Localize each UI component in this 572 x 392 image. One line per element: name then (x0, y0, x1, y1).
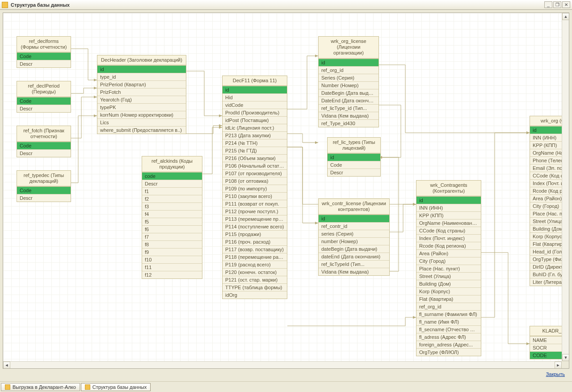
vertical-scrollbar[interactable]: ▲ ▼ (562, 13, 569, 361)
scroll-up-button[interactable]: ▲ (562, 13, 569, 20)
tab-icon (85, 384, 90, 390)
table-field: P120 (конечн. остаток) (223, 268, 287, 276)
close-button[interactable]: ✕ (562, 1, 570, 8)
table-field: Descr (17, 149, 71, 157)
tab-label: Выгрузка в Декларант-Алко (13, 384, 76, 390)
table-field: id (328, 153, 380, 161)
table-field: id (97, 65, 186, 73)
table-field: Descr (328, 169, 380, 176)
tab-label: Структура базы данных (93, 384, 147, 390)
table-field: Area (Район) (416, 249, 481, 257)
table-field: Series (Серия) (319, 74, 379, 81)
tab-bar: Выгрузка в Декларант-АлкоСтруктура базы … (0, 381, 572, 392)
table-field: PrizFotch (97, 88, 186, 96)
table-header: ref_lic_types (Типы лицензий) (328, 138, 380, 153)
table-field: ref_licType_id (Тип... (319, 104, 379, 112)
table-field: id (416, 196, 481, 204)
table-field: Liter (Литера) (530, 278, 562, 286)
table-field: P107 (от производителя) (223, 169, 287, 177)
table-ref_lic_types[interactable]: ref_lic_types (Типы лицензий)idCodeDescr (327, 137, 381, 177)
table-ref_alckinds[interactable]: ref_alckinds (Коды продукции)codeDescrf1… (142, 156, 202, 279)
table-field: typePK (97, 103, 186, 111)
table-field: Code (17, 186, 71, 194)
table-field: P114 (поступление всего) (223, 223, 287, 230)
table-field: fl_name (Имя ФЛ) (416, 318, 481, 325)
table-wrk_contr_license[interactable]: wrk_contr_license (Лицензии контрагентов… (318, 198, 390, 276)
table-field: CODE (530, 351, 562, 359)
table-field: P216 (Объем закупки) (223, 154, 287, 162)
table-field: P111 (возврат от покуп. (223, 200, 287, 207)
table-field: Index (Почт. индекс) (416, 234, 481, 242)
table-field: P118 (перемещение расх.) (223, 253, 287, 261)
table-field: P116 (проч. расход) (223, 238, 287, 245)
table-field: f6 (142, 225, 202, 233)
table-header: ref_typedec (Типы деклараций) (17, 171, 71, 186)
table-field: PrizPeriod (Квартал) (97, 80, 186, 88)
table-field: ref_org_id (416, 303, 481, 310)
table-field: f4 (142, 210, 202, 218)
table-field: Head_id (Голов (530, 248, 562, 255)
table-field: Street (Улица) (416, 272, 481, 280)
table-wrk_org_license[interactable]: wrk_org_license (Лицензии организации)id… (318, 36, 379, 127)
bottom-tab[interactable]: Выгрузка в Декларант-Алко (1, 383, 80, 391)
table-field: id (530, 126, 562, 134)
table-field: id (319, 215, 389, 222)
table-ref_declforms[interactable]: ref_declforms (Формы отчетности)CodeDesc… (17, 36, 71, 68)
scroll-right-button[interactable]: ► (555, 362, 562, 369)
table-field: Korp (Корпус) (530, 232, 562, 240)
table-field: f12 (142, 271, 202, 278)
table-field: Vidana (Кем выдана) (319, 268, 389, 275)
table-field: Yearotch (Год) (97, 96, 186, 103)
table-field: Vidana (Кем выдана) (319, 112, 379, 119)
maximize-button[interactable]: ❐ (553, 1, 561, 8)
bottom-tab[interactable]: Структура базы данных (81, 383, 151, 391)
table-header: ref_declPeriod (Периоды) (17, 81, 71, 97)
table-wrk_org[interactable]: wrk_org (ОргаidINN (ИНН)KPP (КПП)OrgName… (530, 116, 562, 286)
table-field: P113 (перемещение прих.) (223, 215, 287, 223)
table-field: idPost (Поставщик) (223, 116, 287, 124)
table-field: Flat (Квартира) (530, 240, 562, 248)
table-field: City (Город) (416, 257, 481, 265)
table-field: Email (Эл. почта (530, 164, 562, 172)
close-link[interactable]: Закрыть (546, 371, 565, 377)
table-field: f3 (142, 202, 202, 210)
table-field: P121 (ост. стар. марки) (223, 276, 287, 283)
window-titlebar: Структура базы данных _ ❐ ✕ (0, 0, 572, 10)
table-field: BuhID (Гл. бухг (530, 270, 562, 278)
table-ref_declPeriod[interactable]: ref_declPeriod (Периоды)CodeDescr (17, 81, 71, 113)
table-field: Flat (Квартира) (416, 295, 481, 303)
table-ref_fotch[interactable]: ref_fotch (Признак отчетности)CodeDescr (17, 126, 71, 157)
table-header: wrk_contr_license (Лицензии контрагентов… (319, 199, 389, 215)
table-field: P108 (от оптовика) (223, 177, 287, 185)
table-field: Code (328, 161, 380, 169)
table-DecF11[interactable]: DecF11 (Форма 11)idHidvidCodeProdId (Про… (222, 76, 287, 299)
table-DecHeader[interactable]: DecHeader (Заголовки деклараций)idtype_i… (97, 55, 186, 134)
table-field: series (Серия) (319, 230, 389, 237)
table-ref_typedec[interactable]: ref_typedec (Типы деклараций)CodeDescr (17, 170, 71, 202)
table-field: fl_secname (Отчество ФЛ) (416, 325, 481, 333)
scroll-down-button[interactable]: ▼ (562, 354, 569, 361)
table-header: DecHeader (Заголовки деклараций) (97, 55, 186, 65)
table-field: ref_Type_id430 (319, 119, 379, 127)
table-field: Number (Номер) (319, 81, 379, 89)
table-field: INN (ИНН) (530, 134, 562, 141)
table-field: Phone (Телефо (530, 156, 562, 164)
table-field: DateBegin (Дата выдачи) (319, 89, 379, 97)
table-field: P110 (закупки всего) (223, 192, 287, 200)
horizontal-scrollbar[interactable]: ◄ ► (3, 361, 562, 368)
table-KLADR_Reg[interactable]: KLADR_RegNAMESOCRCODE (530, 326, 562, 359)
table-field: P215 (№ ГТД) (223, 147, 287, 154)
table-field: type_id (97, 73, 186, 80)
table-field: Descr (17, 194, 71, 202)
table-field: korrNum (Номер корректировки) (97, 111, 186, 118)
table-field: Code (17, 97, 71, 105)
scroll-left-button[interactable]: ◄ (3, 362, 10, 369)
minimize-button[interactable]: _ (544, 1, 552, 8)
table-wrk_Contragents[interactable]: wrk_Contragents (Контрагенты)idINN (ИНН)… (416, 180, 481, 356)
table-field: vidCode (223, 101, 287, 109)
table-field: Place (Нас. пункт) (416, 265, 481, 272)
table-header: ref_fotch (Признак отчетности) (17, 126, 71, 142)
diagram-canvas[interactable]: ref_declforms (Формы отчетности)CodeDesc… (3, 13, 562, 361)
table-field: NAME (530, 336, 562, 344)
table-field: SOCR (530, 344, 562, 351)
